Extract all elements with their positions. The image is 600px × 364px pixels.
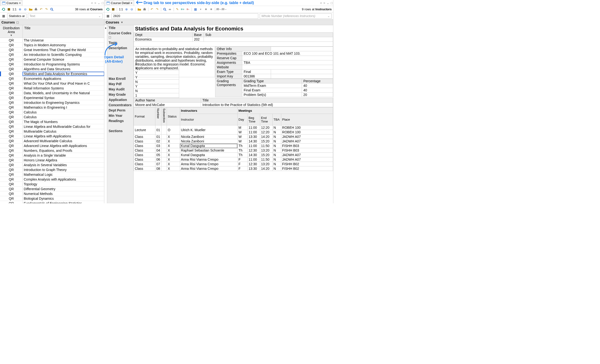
- format-cell[interactable]: Class: [134, 139, 155, 144]
- table-row[interactable]: QRRetail Information Systems: [0, 86, 104, 91]
- dist-cell[interactable]: QR: [0, 110, 23, 114]
- day-cell[interactable]: M: [237, 125, 247, 130]
- title-cell[interactable]: Analysis in Several Variables: [23, 163, 104, 167]
- status-cell[interactable]: X: [167, 148, 180, 153]
- title-cell[interactable]: Analysis in a Single Variable: [23, 153, 104, 157]
- tba-cell[interactable]: N: [272, 144, 281, 148]
- zoom-out-icon[interactable]: ⊖: [23, 7, 28, 11]
- readings-title-header[interactable]: Title: [201, 98, 333, 103]
- end-time-cell[interactable]: 14:20: [260, 166, 272, 171]
- subsection-cell[interactable]: [161, 139, 167, 144]
- end-time-cell[interactable]: 14:20: [260, 134, 272, 139]
- number-cell[interactable]: 04: [155, 148, 161, 153]
- number-cell[interactable]: 06: [155, 157, 161, 162]
- subsection-cell[interactable]: [161, 125, 167, 134]
- end-time-cell[interactable]: 15:20: [260, 139, 272, 144]
- place-cell[interactable]: JADWH A07: [281, 134, 333, 139]
- dist-cell[interactable]: QR: [0, 153, 23, 157]
- base-value[interactable]: 202: [193, 37, 204, 42]
- day-cell[interactable]: Th: [237, 153, 247, 157]
- tab-close-icon[interactable]: ×: [131, 1, 132, 5]
- section-row[interactable]: Class07XAnna Risi Vianna CrespoF12:3013:…: [134, 162, 333, 166]
- end-time-cell[interactable]: 12:20: [260, 125, 272, 130]
- table-row[interactable]: QRAnalysis in a Single Variable: [0, 153, 104, 158]
- table-row[interactable]: QRBiological Dynamics: [0, 196, 104, 201]
- title-cell[interactable]: Introduction to Engineering Dynamics: [23, 101, 104, 104]
- day-cell[interactable]: Th: [237, 148, 247, 153]
- table-row[interactable]: QRIntroduction to Programming Systems: [0, 62, 104, 67]
- dist-cell[interactable]: QR: [0, 187, 23, 191]
- section-row[interactable]: Lecture01OUlrich K. MuellerM11:0012:20NR…: [134, 125, 333, 130]
- title-cell[interactable]: Honors Linear Algebra: [23, 158, 104, 162]
- beg-time-cell[interactable]: 11:00: [247, 125, 260, 130]
- subsection-cell[interactable]: [161, 134, 167, 139]
- col-beg[interactable]: Beg Time: [247, 114, 260, 125]
- number-cell[interactable]: 01: [155, 125, 161, 134]
- title-cell[interactable]: Algorithms and Data Structures: [23, 67, 104, 71]
- col-subsection[interactable]: Subsection: [162, 108, 166, 125]
- table-row[interactable]: QRDifferential Geometry: [0, 187, 104, 191]
- col-header-distribution[interactable]: Distribution Area ▼: [0, 25, 23, 38]
- table-row[interactable]: QRAn Introduction to Scientific Computin…: [0, 52, 104, 57]
- nav-back-icon[interactable]: <: [320, 1, 322, 5]
- col-format[interactable]: Format: [134, 107, 155, 125]
- tba-cell[interactable]: N: [272, 148, 281, 153]
- title-cell[interactable]: Biological Dynamics: [23, 197, 104, 200]
- title-cell[interactable]: Numbers, Equations, and Proofs: [23, 149, 104, 152]
- dist-cell[interactable]: QR: [0, 130, 23, 133]
- place-cell[interactable]: FISHH B02: [281, 162, 333, 166]
- title-cell[interactable]: Introduction to Programming Systems: [23, 62, 104, 66]
- col-tba[interactable]: TBA: [272, 114, 281, 125]
- subsection-cell[interactable]: [161, 162, 167, 166]
- description-value[interactable]: An introduction to probability and stati…: [134, 47, 215, 77]
- day-cell[interactable]: W: [237, 130, 247, 134]
- grading-type[interactable]: MidTerm Exam: [242, 84, 302, 88]
- day-cell[interactable]: Th: [237, 144, 247, 148]
- table-row[interactable]: QRMathematics in Engineering I: [0, 105, 104, 110]
- table-row[interactable]: QRLinear Algebra with Applications: [0, 134, 104, 139]
- dist-cell[interactable]: QR: [0, 120, 23, 124]
- undo-icon[interactable]: ↶: [39, 7, 43, 11]
- beg-time-cell[interactable]: 14:30: [247, 139, 260, 144]
- sub-value[interactable]: [204, 37, 333, 42]
- table-row[interactable]: QRIntroduction to Engineering Dynamics: [0, 100, 104, 105]
- assignments-value[interactable]: TBA: [242, 60, 333, 65]
- title-cell[interactable]: Linear Algebra and Multivariable Calculu…: [23, 125, 104, 129]
- readings-author-header[interactable]: Author Name: [134, 98, 201, 103]
- tba-cell[interactable]: N: [272, 134, 281, 139]
- table-row[interactable]: QRThe Universe: [0, 38, 104, 43]
- table-row[interactable]: QRAdvanced Multivariable Calculus: [0, 139, 104, 143]
- table-row[interactable]: QRAdvanced Linear Algebra with Applicati…: [0, 143, 104, 148]
- title-cell[interactable]: Advanced Linear Algebra with Application…: [23, 144, 104, 148]
- col-end[interactable]: End Time: [260, 114, 272, 125]
- dropdown-icon[interactable]: ⌄: [98, 1, 100, 5]
- dist-cell[interactable]: QR: [0, 86, 23, 90]
- title-cell[interactable]: Differential Geometry: [23, 187, 104, 191]
- place-cell[interactable]: JADWH A07: [281, 139, 333, 144]
- title-cell[interactable]: Econometric Applications: [23, 77, 104, 81]
- dept-value[interactable]: Economics: [134, 37, 193, 42]
- dist-cell[interactable]: QR: [0, 57, 23, 61]
- dist-cell[interactable]: QR: [0, 67, 23, 71]
- format-cell[interactable]: Class: [134, 162, 155, 166]
- dist-cell[interactable]: QR: [0, 105, 23, 109]
- dist-cell[interactable]: QR: [0, 182, 23, 186]
- dist-cell[interactable]: QR: [0, 101, 23, 104]
- print-icon[interactable]: 🖶: [142, 7, 147, 11]
- link-icon[interactable]: ∞: [168, 7, 172, 11]
- table-row[interactable]: QRHonors Linear Algebra: [0, 158, 104, 163]
- detail-filter-input[interactable]: [112, 13, 258, 19]
- col-instructor[interactable]: Instructor: [180, 114, 237, 125]
- col-place[interactable]: Place: [281, 114, 333, 125]
- number-cell[interactable]: 08: [155, 166, 161, 171]
- table-row[interactable]: QRThe Magic of Numbers: [0, 119, 104, 124]
- dist-cell[interactable]: QR: [0, 192, 23, 196]
- beg-time-cell[interactable]: 14:30: [247, 153, 260, 157]
- readings-title[interactable]: Introduction to the Practice of Statisti…: [201, 103, 333, 107]
- search-icon[interactable]: [50, 7, 54, 11]
- table-row[interactable]: QRComplex Analysis with Applications: [0, 177, 104, 182]
- section-row[interactable]: Class08XAnna Risi Vianna CrespoF13:3014:…: [134, 166, 333, 171]
- format-cell[interactable]: Class: [134, 157, 155, 162]
- table-row[interactable]: QRCalculus: [0, 110, 104, 115]
- prereq-value[interactable]: ECO 100 and ECO 101 and MAT 103.: [242, 51, 333, 56]
